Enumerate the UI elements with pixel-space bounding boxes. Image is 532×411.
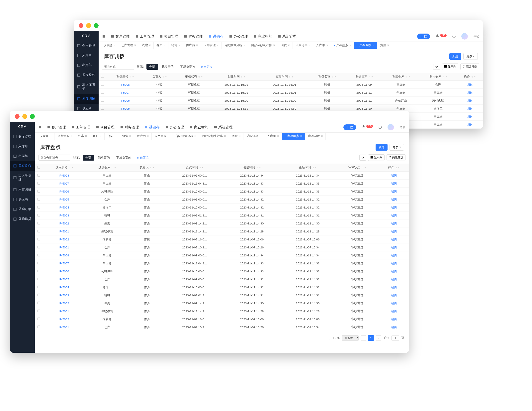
topnav-item[interactable] (38, 126, 41, 129)
edit-link[interactable]: 编辑 (391, 197, 397, 201)
close-icon[interactable]: × (194, 134, 196, 137)
tab[interactable]: 合同× (104, 133, 119, 140)
edit-link[interactable]: 编辑 (391, 277, 397, 281)
user-name[interactable]: 体验 (399, 125, 406, 129)
user-name[interactable]: 体验 (473, 35, 479, 38)
tab[interactable]: 客户× (90, 133, 104, 140)
close-icon[interactable]: × (243, 43, 245, 47)
topnav-item[interactable]: 进销存 (208, 34, 224, 39)
checkbox-icon[interactable] (101, 75, 104, 78)
new-button[interactable]: 新建 (376, 144, 388, 151)
filter-icon[interactable]: ▾ (292, 76, 293, 78)
column-header[interactable]: 调拨名称 ⇅ ▾ (308, 73, 346, 81)
column-header[interactable]: 盘点时间 ⇅ ▾ (165, 164, 224, 172)
table-row[interactable]: P-5007高压仓体验2023-11-11 04:3…2023-11-11 14… (35, 179, 409, 187)
table-row[interactable]: P-5006药材供应体验2023-11-10 00:0…2023-11-11 1… (35, 267, 409, 275)
filter-icon[interactable]: ▾ (72, 166, 73, 169)
close-icon[interactable]: × (224, 134, 226, 137)
reset-button[interactable]: ⟳ (359, 155, 366, 161)
tab[interactable]: 仪表盘× (37, 133, 55, 140)
close-icon[interactable]: × (168, 134, 170, 137)
column-header[interactable]: 调拨日期 ⇅ ▾ (346, 73, 383, 81)
topnav-item[interactable]: 项目管理 (160, 34, 178, 39)
column-header[interactable]: 负责人 ⇅ ▾ (144, 73, 175, 81)
filter-icon[interactable]: ▾ (365, 166, 366, 169)
sort-icon[interactable]: ⇅ (289, 76, 291, 78)
new-button[interactable]: 新建 (449, 53, 461, 60)
edit-link[interactable]: 编辑 (467, 91, 473, 94)
edit-link[interactable]: 编辑 (391, 285, 397, 289)
goto-input[interactable] (391, 335, 399, 341)
edit-link[interactable]: 编辑 (391, 254, 397, 257)
topnav-item[interactable]: 客户管理 (111, 34, 130, 39)
min-dot[interactable] (86, 23, 91, 28)
close-icon[interactable]: × (164, 43, 165, 47)
record-link[interactable]: P-5006 (59, 190, 69, 193)
sidebar-item[interactable]: 出入库明细 (10, 171, 35, 185)
edit-link[interactable]: 编辑 (391, 214, 397, 217)
edit-link[interactable]: 编辑 (391, 317, 397, 321)
checkbox-icon[interactable] (101, 91, 104, 94)
tab[interactable]: 线索× (75, 133, 90, 140)
sidebar-item[interactable]: 库存盘点 (74, 70, 99, 80)
column-header[interactable]: 审核状态 ⇅ ▾ (175, 73, 212, 81)
tab[interactable]: 应用管理× (152, 133, 172, 140)
filter-icon[interactable]: ▾ (133, 76, 134, 78)
show-columns-button[interactable]: ☰ 显示列 (368, 154, 385, 161)
close-icon[interactable]: × (196, 43, 198, 47)
close-icon[interactable]: × (147, 134, 149, 137)
record-link[interactable]: P-5001 (59, 310, 69, 313)
segment-option[interactable]: 全部 (83, 155, 94, 161)
close-dot[interactable] (79, 23, 83, 28)
tab[interactable]: 应用管理× (201, 42, 222, 49)
tab[interactable]: 回款金额统计排× (199, 133, 229, 140)
topnav-item[interactable]: 财务管理 (120, 125, 139, 130)
sort-icon[interactable]: ⇅ (256, 166, 258, 169)
column-header[interactable]: 调出仓库 ⇅ ▾ (382, 73, 420, 81)
segment-option[interactable]: 下属负责的 (113, 155, 134, 161)
edit-link[interactable]: 编辑 (391, 325, 397, 329)
sidebar-item[interactable]: 出入库明细 (74, 80, 99, 94)
column-header[interactable] (99, 73, 106, 81)
table-row[interactable]: T-5006体验审核通过2023-11-11 15:002023-11-11 1… (99, 97, 483, 105)
column-header[interactable]: 创建时间 ⇅ ▾ (212, 73, 260, 81)
close-icon[interactable]: × (273, 43, 275, 47)
close-icon[interactable]: × (149, 43, 151, 47)
table-row[interactable]: P-5004仓库二体验2023-11-10 00:0…2023-11-11 14… (35, 204, 409, 212)
custom-filter[interactable]: ⊕ 自定义 (200, 65, 213, 69)
topnav-item[interactable]: 商业智能 (253, 34, 272, 39)
checkbox-icon[interactable] (37, 174, 40, 176)
table-row[interactable]: P-5001生物参观体验2023-11-11 14:2…2023-11-11 1… (35, 307, 409, 315)
settings-icon[interactable] (452, 35, 456, 38)
table-row[interactable]: P-5008高压仓体验2023-11-09 00:0…2023-11-11 14… (35, 172, 409, 179)
close-icon[interactable]: × (70, 134, 72, 137)
sidebar-item[interactable]: 入库单 (74, 50, 99, 60)
avatar[interactable] (461, 33, 468, 39)
calendar-button[interactable]: 日程 (343, 124, 356, 130)
tab[interactable]: 仪表盘× (101, 42, 118, 49)
min-dot[interactable] (22, 114, 27, 119)
edit-link[interactable]: 编辑 (391, 261, 397, 265)
record-link[interactable]: P-5005 (59, 198, 69, 201)
close-icon[interactable]: × (134, 43, 136, 47)
sort-icon[interactable]: ⇅ (369, 76, 370, 78)
topnav-item[interactable]: 系统管理 (278, 34, 296, 39)
topnav-item[interactable] (102, 35, 105, 38)
filter-icon[interactable]: ▾ (201, 76, 202, 78)
filter-icon[interactable]: ▾ (474, 76, 475, 78)
checkbox-icon[interactable] (37, 278, 40, 280)
filter-icon[interactable]: ▾ (409, 76, 410, 78)
table-row[interactable]: P-5001仓库体验2023-11-07 10:2…2023-11-07 10:… (35, 244, 409, 251)
sort-icon[interactable]: ⇅ (332, 76, 333, 78)
filter-icon[interactable]: ▾ (446, 76, 447, 78)
close-icon[interactable]: × (300, 134, 302, 137)
close-icon[interactable]: × (259, 134, 261, 137)
table-row[interactable]: P-5004仓库二体验2023-11-10 00:0…2023-11-11 14… (35, 284, 409, 291)
sort-icon[interactable]: ⇅ (198, 76, 200, 78)
tab[interactable]: 合同数量分析× (172, 133, 199, 140)
checkbox-icon[interactable] (37, 310, 40, 312)
close-icon[interactable]: × (309, 43, 311, 47)
edit-link[interactable]: 编辑 (391, 206, 397, 209)
sort-icon[interactable]: ⇅ (406, 76, 407, 78)
filter-icon[interactable]: ▾ (165, 76, 167, 78)
